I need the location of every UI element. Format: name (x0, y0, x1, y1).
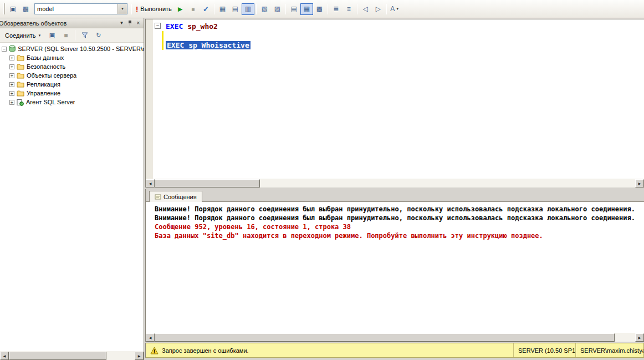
client-statistics-button[interactable]: ▨ (271, 3, 284, 15)
scroll-right-button[interactable]: ▶ (635, 333, 644, 342)
available-databases-combo[interactable]: model ▼ (34, 3, 127, 14)
execute-label: Выполнить (140, 6, 171, 12)
expand-icon[interactable]: + (9, 91, 14, 96)
editor-line-3[interactable]: EXEC sp_Whoisactive (166, 40, 251, 50)
oe-refresh-button[interactable]: ↻ (92, 29, 105, 41)
include-actual-plan-button[interactable]: ▧ (258, 3, 271, 15)
toolbar-separator (328, 4, 328, 14)
refresh-icon: ↻ (96, 32, 101, 39)
object-explorer-tree: − SERVER (SQL Server 10.50.2500 - SERVER… (0, 43, 144, 351)
object-explorer-titlebar: Обозреватель объектов ▼ × (0, 18, 144, 28)
stop-icon: ■ (191, 6, 195, 12)
folder-icon (17, 90, 24, 97)
scroll-thumb[interactable] (9, 352, 106, 360)
tree-root[interactable]: − SERVER (SQL Server 10.50.2500 - SERVER… (0, 44, 144, 53)
connect-button[interactable]: ▣ (7, 3, 19, 15)
template-parameters-button[interactable]: A▼ (389, 3, 401, 15)
connect-label: Соединить (5, 32, 36, 39)
tree-item-replication[interactable]: + Репликация (0, 80, 144, 89)
messages-hscrollbar[interactable]: ◀ ▶ (145, 333, 644, 342)
tree-item-sql-agent[interactable]: + Агент SQL Server (0, 98, 144, 107)
connect-icon: ▣ (10, 5, 16, 13)
execute-button[interactable]: ! Выполнить (134, 5, 174, 13)
scroll-left-button[interactable]: ◀ (0, 352, 9, 360)
disconnect-icon: ▣ (49, 32, 55, 39)
status-message-area: Запрос завершен с ошибками. (146, 347, 513, 354)
expand-icon[interactable]: + (9, 73, 14, 78)
message-line-error: Сообщение 952, уровень 16, состояние 1, … (155, 222, 644, 231)
panel-title: Обозреватель объектов (0, 20, 117, 27)
parse-button[interactable]: ✓ (200, 3, 212, 15)
oe-filter-button[interactable] (78, 29, 91, 41)
expand-icon[interactable]: + (9, 100, 14, 105)
window-position-button[interactable]: ▼ (117, 19, 126, 27)
sql-procedure: sp_who2 (187, 22, 218, 31)
oe-disconnect-button[interactable]: ▣ (45, 29, 58, 41)
arrow-left-icon: ◀ (3, 354, 6, 358)
uncomment-button[interactable]: ≡ (343, 3, 355, 15)
ssms-window: ▣ ▩ model ▼ ! Выполнить ▶ ■ ✓ ▦ ▤ ▥ ▧ ▨ … (0, 0, 644, 360)
oe-stop-button: ■ (59, 29, 72, 41)
object-explorer-toolbar: Соединить ▼ ▣ ■ ↻ (0, 28, 144, 43)
change-connection-icon: ▩ (23, 5, 29, 13)
object-explorer-hscrollbar[interactable]: ◀ ▶ (0, 351, 144, 360)
query-editor[interactable]: − EXEC sp_who2 EXEC sp_Whoisactive (145, 19, 644, 179)
increase-indent-button[interactable]: ▷ (372, 3, 385, 15)
combo-dropdown-button[interactable]: ▼ (117, 4, 127, 14)
toolbar-grip (3, 3, 5, 14)
template-parameters-icon: A (390, 5, 395, 13)
results-to-text-button[interactable]: ▤ (288, 3, 300, 15)
status-user: SERVER\maxim.chistyak (575, 343, 643, 357)
scroll-thumb[interactable] (155, 179, 260, 187)
tree-item-databases[interactable]: + Базы данных (0, 53, 144, 62)
close-panel-button[interactable]: × (134, 19, 142, 27)
query-options-button[interactable]: ▤ (229, 3, 242, 15)
messages-output: Внимание! Порядок данного соединения был… (145, 202, 644, 333)
results-to-grid-button[interactable]: ▦ (300, 3, 313, 15)
results-to-file-icon: ▩ (316, 5, 323, 13)
toolbar-separator (214, 4, 214, 14)
debug-button[interactable]: ▶ (174, 3, 187, 15)
sql-keyword: EXEC (166, 22, 183, 31)
editor-line-1[interactable]: EXEC sp_who2 (166, 22, 218, 31)
tree-item-security[interactable]: + Безопасность (0, 62, 144, 71)
comment-button[interactable]: ≣ (330, 3, 343, 15)
estimated-plan-button[interactable]: ▦ (216, 3, 229, 15)
expand-icon[interactable]: + (9, 55, 14, 60)
warning-icon (150, 347, 159, 354)
query-options-icon: ▤ (232, 5, 238, 13)
auto-hide-button[interactable] (126, 19, 134, 27)
results-pane-tabs: Сообщения (145, 189, 644, 202)
collapse-icon[interactable]: − (2, 47, 7, 52)
tab-messages[interactable]: Сообщения (149, 191, 202, 202)
status-user-label: SERVER\maxim.chistyak (580, 347, 643, 354)
oe-connect-button[interactable]: Соединить ▼ (2, 31, 44, 40)
tree-item-management[interactable]: + Управление (0, 89, 144, 98)
intellisense-button[interactable]: ▥ (242, 3, 254, 15)
message-line: Внимание! Порядок данного соединения был… (155, 205, 644, 214)
actual-plan-icon: ▧ (262, 5, 268, 13)
scroll-right-button[interactable]: ▶ (135, 352, 144, 360)
tree-item-server-objects[interactable]: + Объекты сервера (0, 71, 144, 80)
results-to-file-button[interactable]: ▩ (313, 3, 326, 15)
arrow-right-icon: ▶ (138, 354, 141, 358)
expand-icon[interactable]: + (9, 64, 14, 69)
exclamation-icon: ! (136, 5, 138, 13)
results-to-grid-icon: ▦ (304, 5, 310, 13)
expand-icon[interactable]: + (9, 82, 14, 87)
scroll-right-button[interactable]: ▶ (635, 179, 644, 187)
status-bar: Запрос завершен с ошибками. SERVER (10.5… (145, 343, 644, 358)
filter-icon (81, 32, 88, 38)
scroll-thumb[interactable] (155, 333, 615, 342)
selected-text: EXEC sp_Whoisactive (166, 41, 251, 49)
toolbar-separator (386, 4, 387, 14)
tree-root-label: SERVER (SQL Server 10.50.2500 - SERVER\m… (18, 45, 144, 52)
editor-hscrollbar[interactable]: ◀ ▶ (145, 179, 644, 187)
scroll-left-button[interactable]: ◀ (146, 333, 155, 342)
scroll-left-button[interactable]: ◀ (146, 179, 155, 187)
messages-icon (155, 194, 161, 200)
decrease-indent-button[interactable]: ◁ (359, 3, 372, 15)
toolbar-separator (131, 4, 132, 14)
change-connection-button[interactable]: ▩ (19, 3, 32, 15)
fold-toggle-icon[interactable]: − (155, 23, 161, 29)
